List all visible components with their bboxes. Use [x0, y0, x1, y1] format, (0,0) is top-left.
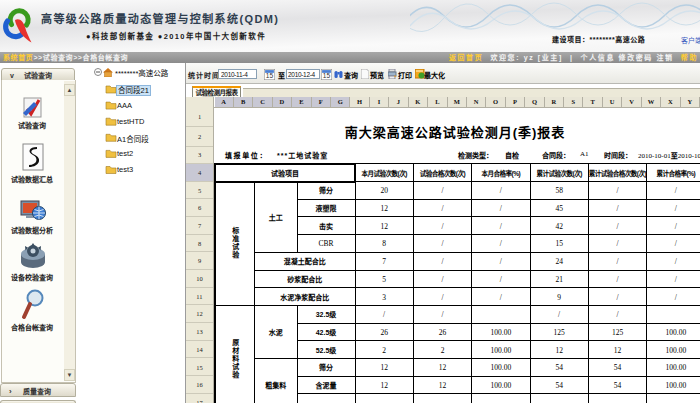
svg-text:15: 15	[266, 72, 274, 79]
svg-text:15: 15	[323, 72, 331, 79]
